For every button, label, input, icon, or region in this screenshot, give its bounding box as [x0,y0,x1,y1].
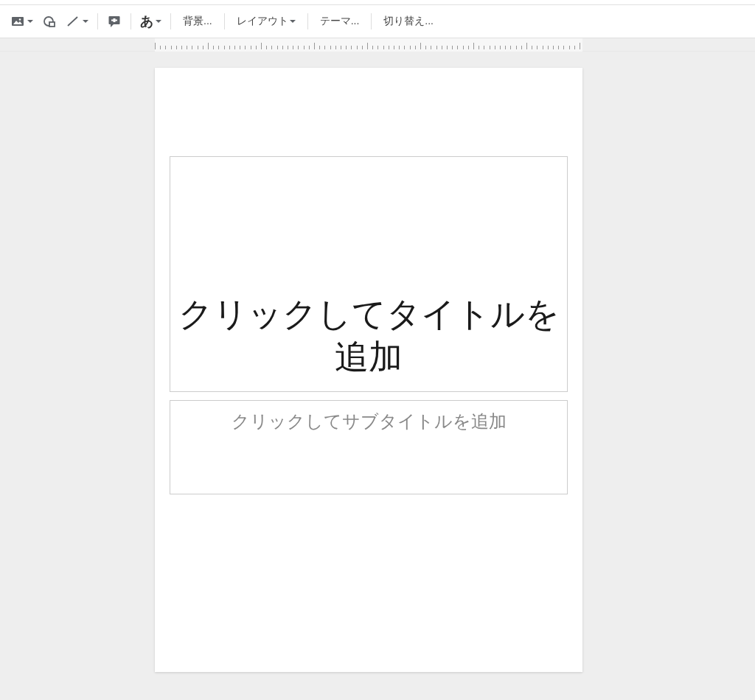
separator [131,13,131,29]
canvas-area[interactable]: クリックしてタイトルを追加 クリックしてサブタイトルを追加 [0,52,755,700]
theme-label: テーマ... [320,15,360,28]
svg-marker-7 [83,20,88,23]
separator [307,13,308,29]
svg-marker-13 [290,20,296,23]
line-icon [66,14,80,29]
layout-button[interactable]: レイアウト [229,10,303,32]
insert-comment-button[interactable] [102,10,126,32]
subtitle-placeholder[interactable]: クリックしてサブタイトルを追加 [170,400,568,494]
chevron-down-icon [83,18,88,24]
chevron-down-icon [290,18,296,24]
svg-marker-3 [27,20,33,23]
separator [371,13,372,29]
shape-icon [42,14,57,29]
insert-line-button[interactable] [61,10,93,32]
comment-icon [107,14,122,29]
input-method-button[interactable]: あ [136,10,166,32]
svg-marker-9 [111,24,114,27]
svg-point-2 [19,18,21,21]
svg-rect-5 [49,22,55,27]
subtitle-placeholder-text: クリックしてサブタイトルを追加 [170,410,567,433]
svg-line-6 [68,17,77,26]
chevron-down-icon [156,18,161,24]
insert-shape-button[interactable] [38,10,61,32]
title-placeholder-text: クリックしてタイトルを追加 [170,293,567,378]
image-icon [10,14,25,29]
chevron-down-icon [27,18,33,24]
separator [97,13,98,29]
insert-image-button[interactable] [6,10,38,32]
separator [224,13,225,29]
transition-label: 切り替え... [383,15,434,28]
background-button[interactable]: 背景... [175,10,220,32]
svg-rect-11 [111,20,117,21]
horizontal-ruler [155,38,582,52]
background-label: 背景... [183,15,212,28]
title-placeholder[interactable]: クリックしてタイトルを追加 [170,156,568,392]
separator [170,13,171,29]
svg-marker-12 [156,20,161,23]
layout-label: レイアウト [237,15,288,28]
input-method-label: あ [140,13,153,30]
svg-rect-0 [12,17,24,26]
slide[interactable]: クリックしてタイトルを追加 クリックしてサブタイトルを追加 [155,68,582,672]
theme-button[interactable]: テーマ... [313,10,367,32]
menu-bar: 形式 スライド 配置 ツール アドオン ヘルプ [0,0,755,4]
transition-button[interactable]: 切り替え... [376,10,441,32]
ruler-row [0,38,755,52]
toolbar: あ 背景... レイアウト テーマ... 切り替え... [0,4,755,38]
